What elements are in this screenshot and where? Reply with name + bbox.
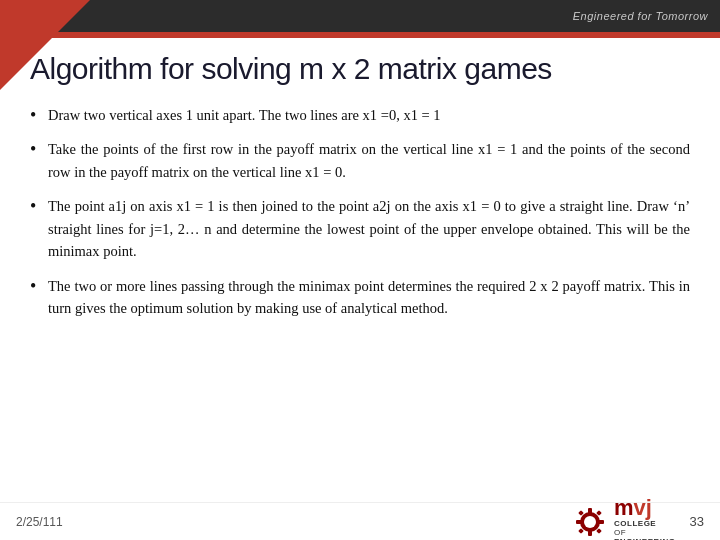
- mvj-letters: m vj: [614, 496, 676, 520]
- bullet-dot-1: •: [30, 106, 48, 124]
- bullet-item-4: • The two or more lines passing through …: [30, 275, 690, 320]
- slide-content: Algorithm for solving m x 2 matrix games…: [0, 38, 720, 540]
- corner-triangle-decoration: [0, 0, 90, 90]
- slide-date: 2/25/111: [16, 515, 63, 529]
- bullet-dot-4: •: [30, 277, 48, 295]
- bullet-dot-2: •: [30, 140, 48, 158]
- logo-area: m vj COLLEGE OF ENGINEERING 33: [572, 496, 704, 540]
- bullet-item-1: • Draw two vertical axes 1 unit apart. T…: [30, 104, 690, 126]
- svg-point-1: [584, 516, 596, 528]
- svg-rect-3: [588, 530, 592, 536]
- bullet-text-4: The two or more lines passing through th…: [48, 275, 690, 320]
- logo-text-block: m vj COLLEGE OF ENGINEERING: [614, 496, 676, 540]
- page-number: 33: [690, 514, 704, 529]
- logo-m-letter: m: [614, 496, 634, 520]
- logo-vj-letters: vj: [634, 496, 652, 520]
- mvj-logo-icon: [572, 504, 608, 540]
- tagline: Engineered for Tomorrow: [573, 10, 708, 22]
- bottom-bar: 2/25/111 m vj COLLEGE OF ENGINEERING: [0, 502, 720, 540]
- bullet-item-3: • The point a1j on axis x1 = 1 is then j…: [30, 195, 690, 262]
- red-accent-line: [0, 32, 720, 38]
- svg-rect-4: [576, 520, 582, 524]
- top-bar: Engineered for Tomorrow: [0, 0, 720, 32]
- bullet-text-1: Draw two vertical axes 1 unit apart. The…: [48, 104, 690, 126]
- bullet-item-2: • Take the points of the first row in th…: [30, 138, 690, 183]
- bullet-text-2: Take the points of the first row in the …: [48, 138, 690, 183]
- bullet-dot-3: •: [30, 197, 48, 215]
- slide-title: Algorithm for solving m x 2 matrix games: [30, 52, 690, 86]
- svg-rect-5: [598, 520, 604, 524]
- bullet-text-3: The point a1j on axis x1 = 1 is then joi…: [48, 195, 690, 262]
- svg-rect-2: [588, 508, 592, 514]
- bullet-list: • Draw two vertical axes 1 unit apart. T…: [30, 104, 690, 320]
